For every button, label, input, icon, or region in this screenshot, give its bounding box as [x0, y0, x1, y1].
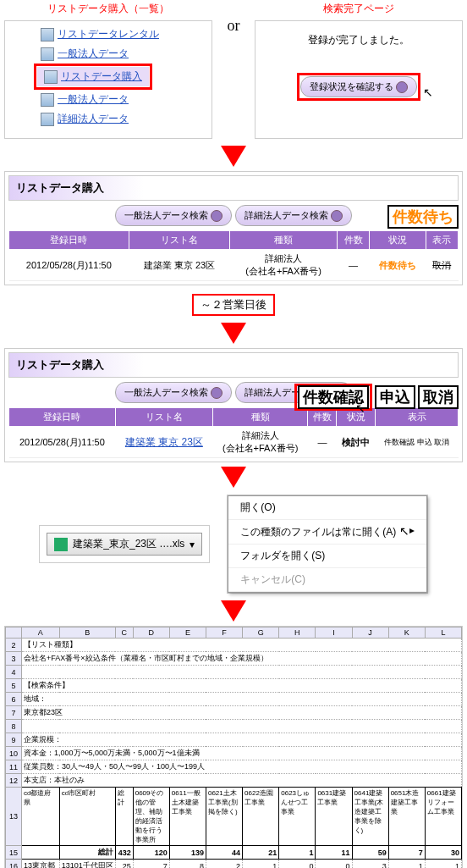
cursor-icon: ↖ — [399, 524, 409, 538]
search-btn2[interactable]: 詳細法人データ検索 — [235, 205, 352, 226]
or-label: or — [217, 17, 250, 35]
search-btn1[interactable]: 一般法人データ検索 — [115, 382, 232, 403]
context-menu: 開く(O) この種類のファイルは常に開く(A) ▸↖ フォルダを開く(S) キャ… — [228, 495, 426, 593]
nav-item[interactable]: 詳細法人データ — [34, 109, 208, 129]
arrow-down-icon — [221, 600, 246, 622]
nav-item[interactable]: 一般法人データ — [34, 44, 208, 64]
right-title: 検索完了ページ — [252, 2, 465, 16]
badge-apply[interactable]: 申込 — [375, 385, 415, 409]
table-row: 2012/05/28(月)11:50建築業 東京 23区詳細法人 (会社名+FA… — [9, 427, 459, 458]
data-table: 登録日時リスト名種類件数状況表示 2012/05/28(月)11:50建築業 東… — [8, 407, 459, 458]
doc-icon — [41, 113, 54, 126]
doc-icon — [41, 93, 54, 107]
menu-folder[interactable]: フォルダを開く(S) — [228, 545, 426, 568]
play-icon — [331, 210, 343, 222]
table-row[interactable]: 1613東京都13101千代田区25782100311 — [6, 860, 462, 869]
excel-icon — [54, 538, 68, 551]
days-label: ～２営業日後 — [192, 294, 275, 316]
menu-always-open[interactable]: この種類のファイルは常に開く(A) ▸↖ — [228, 520, 426, 545]
badge-cancel[interactable]: 取消 — [418, 385, 459, 409]
data-table: 登録日時リスト名種類件数状況表示 2012/05/28(月)11:50建築業 東… — [8, 230, 459, 281]
list-link[interactable]: 建築業 東京 23区 — [125, 436, 203, 448]
panel-title: リストデータ購入 — [8, 352, 459, 378]
confirm-button[interactable]: 登録状況を確認する — [300, 76, 417, 97]
arrow-down-icon — [221, 467, 246, 488]
chevron-down-icon[interactable]: ▾ — [190, 539, 195, 550]
arrow-down-icon — [221, 323, 246, 344]
badge-wait: 件数待ち — [387, 205, 459, 229]
nav-item-selected[interactable]: リストデータ購入 — [37, 67, 149, 86]
nav-item[interactable]: リストデータレンタル — [34, 25, 208, 44]
reg-msg: 登録が完了しました。 — [259, 25, 459, 56]
nav-item[interactable]: 一般法人データ — [34, 90, 208, 109]
cursor-icon: ↖ — [355, 401, 365, 415]
play-icon — [211, 210, 223, 222]
search-btn1[interactable]: 一般法人データ検索 — [115, 205, 232, 226]
menu-cancel[interactable]: キャンセル(C) — [228, 568, 426, 592]
doc-icon — [44, 70, 58, 84]
menu-open[interactable]: 開く(O) — [228, 496, 426, 520]
spreadsheet[interactable]: ABCDEFGHIJKL 2【リスト種類】3会社名+FAX番号×絞込条件（業種名… — [5, 627, 462, 868]
panel-title: リストデータ購入 — [8, 175, 459, 201]
arrow-down-icon — [221, 146, 246, 167]
cancel-link[interactable]: 取消 — [432, 260, 451, 270]
doc-icon — [41, 47, 54, 61]
play-icon — [396, 81, 408, 93]
download-bar[interactable]: 建築業_東京_23区 ….xls ▾ — [47, 533, 202, 556]
play-icon — [211, 387, 223, 399]
table-row: 2012/05/28(月)11:50建築業 東京 23区詳細法人 (会社名+FA… — [9, 250, 459, 281]
cursor-icon: ↖ — [423, 86, 433, 99]
left-title: リストデータ購入（一覧） — [2, 2, 215, 16]
doc-icon — [41, 28, 54, 41]
